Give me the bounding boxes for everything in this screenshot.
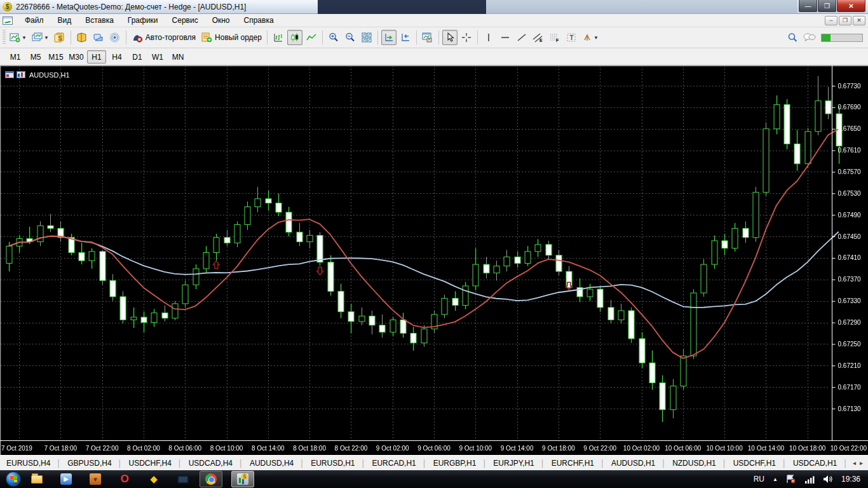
chevron-down-icon[interactable]: ▼ [44, 35, 49, 41]
chart-tab-eurusd-h1[interactable]: EURUSD,H1 [304, 457, 361, 470]
trendline-icon [517, 32, 527, 43]
taskbar-media-player[interactable]: ▶ [58, 471, 74, 487]
taskbar-app-yellow[interactable]: ◆ [146, 471, 161, 487]
vertical-line-button[interactable] [481, 30, 496, 45]
autotrading-button-label: Авто-торговля [146, 33, 196, 42]
chart-tab-eurcad-h1[interactable]: EURCAD,H1 [365, 457, 422, 470]
keyboard-language-indicator[interactable]: RU [754, 475, 764, 484]
zoom-out-button[interactable] [342, 30, 358, 45]
volume-icon[interactable] [823, 475, 833, 484]
menu-charts[interactable]: Графики [121, 15, 165, 26]
taskbar-app-orange[interactable]: ▾ [88, 471, 103, 487]
taskbar-explorer[interactable] [29, 471, 44, 487]
chart-tab-nzdusd-h1[interactable]: NZDUSD,H1 [666, 457, 722, 470]
hidden-icons-chevron[interactable]: ▲ [773, 477, 778, 482]
taskbar-app-yellow-icon: ◆ [150, 473, 158, 485]
new-chart-button[interactable]: ▼ [8, 30, 29, 45]
windows-taskbar: ▶▾O◆ RU ▲ 19:36 [0, 470, 868, 488]
titlebar-glass-dark [318, 0, 486, 14]
menu-view[interactable]: Вид [51, 15, 79, 26]
menu-insert[interactable]: Вставка [78, 15, 121, 26]
chevron-down-icon[interactable]: ▼ [593, 35, 599, 41]
chart-tab-usdcad-h4[interactable]: USDCAD,H4 [182, 457, 239, 470]
toolbar-drag-handle[interactable] [3, 30, 6, 45]
autotrading-button[interactable]: Авто-торговля [130, 30, 198, 45]
timeframe-button-m15[interactable]: M15 [46, 50, 65, 64]
equidistant-channel-button[interactable]: E [531, 30, 546, 45]
menu-window[interactable]: Окно [205, 15, 237, 26]
tabs-scroll-left-icon[interactable]: ◂ [853, 459, 856, 466]
title-bar[interactable]: $ 22678666 - MetaQuotes-Demo: Демо-счет … [0, 0, 868, 14]
chart-tab-usdchf-h4[interactable]: USDCHF,H4 [122, 457, 177, 470]
chart-tab-audusd-h4[interactable]: AUDUSD,H4 [243, 457, 300, 470]
chart-child-window-icon[interactable] [3, 17, 13, 25]
timeframe-button-m30[interactable]: M30 [67, 50, 86, 64]
data-window-button[interactable] [74, 30, 90, 45]
tile-windows-button[interactable] [359, 30, 374, 45]
child-restore-button[interactable]: ❐ [839, 16, 851, 25]
price-chart-canvas[interactable] [0, 65, 868, 455]
timeframe-button-h4[interactable]: H4 [107, 50, 126, 64]
navigator-button[interactable] [91, 30, 106, 45]
child-close-button[interactable]: ✕ [853, 16, 865, 25]
search-button[interactable] [785, 30, 800, 45]
data-window-icon [76, 32, 87, 43]
chart-tab-eurusd-h4[interactable]: EURUSD,H4 [0, 457, 57, 470]
text-label-button[interactable]: T [564, 30, 579, 45]
action-center-flag-icon[interactable] [786, 475, 796, 484]
close-button[interactable]: ✕ [837, 0, 865, 12]
auto-scroll-icon [384, 32, 394, 43]
profiles-button[interactable]: ▼ [30, 30, 51, 45]
start-button[interactable] [4, 471, 23, 487]
timeframe-button-m5[interactable]: M5 [26, 50, 45, 64]
zoom-out-icon [345, 32, 355, 43]
child-minimize-button[interactable]: – [825, 16, 837, 25]
chat-button[interactable] [801, 30, 818, 45]
restore-button[interactable]: ❐ [818, 0, 836, 12]
bars-chart-button[interactable] [271, 30, 286, 45]
taskbar-remote-viewer[interactable] [175, 471, 191, 487]
new-order-icon [201, 32, 212, 43]
taskbar-metatrader[interactable] [231, 471, 254, 487]
chart-tab-audusd-h1[interactable]: AUDUSD,H1 [605, 457, 661, 470]
zoom-in-button[interactable] [326, 30, 341, 45]
market-watch-button[interactable]: $ [52, 30, 67, 45]
trendline-button[interactable] [514, 30, 529, 45]
crosshair-button[interactable] [459, 30, 474, 45]
timeframe-button-d1[interactable]: D1 [128, 50, 147, 64]
new-order-button[interactable]: Новый ордер [199, 30, 264, 45]
menu-file[interactable]: Файл [18, 15, 51, 26]
chart-tab-eurchf-h1[interactable]: EURCHF,H1 [545, 457, 600, 470]
chevron-down-icon[interactable]: ▼ [22, 35, 27, 41]
tile-windows-icon [362, 32, 372, 43]
chart-tab-usdcad-h1[interactable]: USDCAD,H1 [787, 457, 843, 470]
timeframe-button-w1[interactable]: W1 [148, 50, 167, 64]
network-signal-icon[interactable] [804, 475, 815, 484]
auto-scroll-button[interactable] [381, 30, 397, 45]
candlestick-chart-button[interactable] [287, 30, 302, 45]
templates-button[interactable] [420, 30, 435, 45]
toolbar-separator [477, 30, 478, 44]
terminal-button[interactable] [107, 30, 123, 45]
horizontal-line-button[interactable] [498, 30, 513, 45]
chart-tab-eurgbp-h1[interactable]: EURGBP,H1 [427, 457, 483, 470]
minimize-button[interactable]: — [799, 0, 817, 12]
toolbar-separator [267, 30, 268, 44]
taskbar-chrome[interactable] [200, 471, 222, 487]
cursor-button[interactable] [442, 30, 458, 45]
chart-shift-button[interactable] [398, 30, 413, 45]
tabs-scroll-right-icon[interactable]: ▸ [860, 459, 863, 466]
chart-tab-usdchf-h1[interactable]: USDCHF,H1 [727, 457, 782, 470]
arrows-tool-button[interactable]: ▼ [580, 30, 600, 45]
chart-tab-eurjpy-h1[interactable]: EURJPY,H1 [487, 457, 540, 470]
timeframe-button-h1[interactable]: H1 [87, 50, 106, 64]
menu-help[interactable]: Справка [237, 15, 281, 26]
taskbar-clock[interactable]: 19:36 [841, 475, 860, 484]
line-chart-button[interactable] [304, 30, 319, 45]
timeframe-button-m1[interactable]: M1 [6, 50, 25, 64]
timeframe-button-mn[interactable]: MN [168, 50, 187, 64]
fibonacci-button[interactable]: F [547, 30, 562, 45]
menu-service[interactable]: Сервис [165, 15, 205, 26]
chart-tab-gbpusd-h4[interactable]: GBPUSD,H4 [61, 457, 118, 470]
taskbar-opera[interactable]: O [117, 471, 132, 487]
